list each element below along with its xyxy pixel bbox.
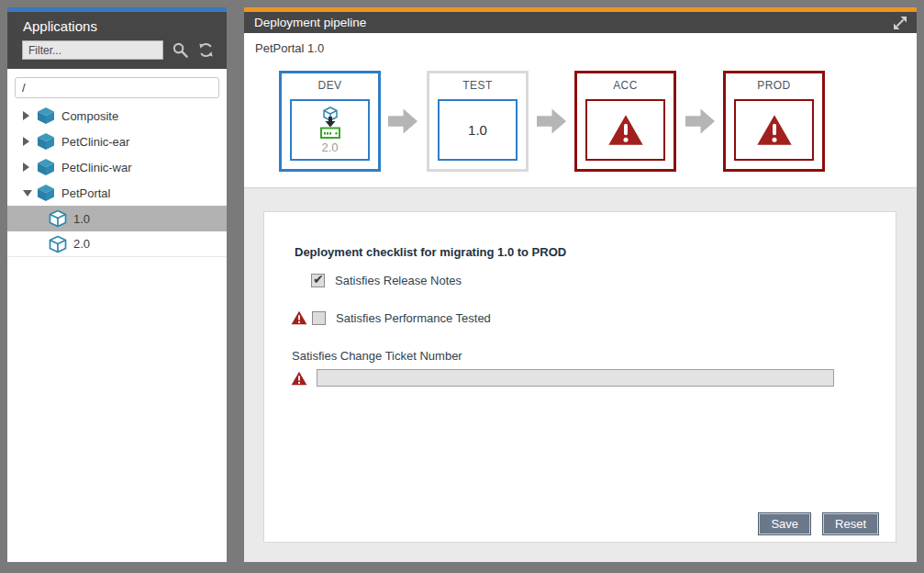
stage-name: DEV — [282, 79, 378, 92]
application-cube-icon — [37, 184, 55, 202]
applications-panel: Applications Composite — [7, 7, 227, 562]
tree-path-input[interactable] — [15, 77, 219, 98]
pipeline-subtitle: PetPortal 1.0 — [244, 33, 917, 55]
checkbox-label: Satisfies Performance Tested — [336, 311, 491, 325]
application-cube-icon — [37, 107, 55, 125]
checklist-title: Deployment checklist for migrating 1.0 t… — [295, 245, 566, 259]
performance-tested-checkbox[interactable] — [312, 311, 326, 325]
release-notes-checkbox[interactable] — [311, 274, 325, 287]
tree-item-label: PetClinic-war — [61, 161, 132, 174]
deployment-pipeline-panel: Deployment pipeline PetPortal 1.0 DEV 2.… — [244, 7, 917, 562]
filter-input[interactable] — [22, 40, 163, 60]
tree-item-label: PetClinic-ear — [61, 135, 129, 149]
main-header: Deployment pipeline — [244, 12, 917, 33]
deploy-in-progress-icon — [317, 107, 344, 140]
stage-dev-deployment: 2.0 — [290, 99, 370, 161]
stage-test[interactable]: TEST 1.0 — [427, 71, 529, 172]
pipeline-arrow-icon — [388, 107, 418, 135]
reset-button[interactable]: Reset — [822, 512, 879, 535]
warning-icon — [756, 114, 793, 146]
ticket-number-label: Satisfies Change Ticket Number — [292, 349, 462, 363]
stage-prod-blocked — [734, 99, 814, 161]
save-button[interactable]: Save — [758, 512, 811, 535]
checklist-item-release-notes: Satisfies Release Notes — [311, 274, 462, 287]
tree-item-label: 1.0 — [73, 212, 90, 226]
stage-name: PROD — [726, 79, 822, 92]
expander-collapsed-icon[interactable] — [23, 111, 32, 120]
search-icon[interactable] — [172, 41, 189, 59]
stage-acc[interactable]: ACC — [574, 71, 676, 172]
checklist-item-performance-tested: Satisfies Performance Tested — [291, 310, 491, 325]
stage-dev[interactable]: DEV 2.0 — [279, 71, 381, 172]
ticket-number-input[interactable] — [317, 369, 834, 387]
version-cube-icon — [49, 209, 67, 228]
warning-icon — [291, 371, 307, 386]
pipeline-arrow-icon — [685, 107, 716, 135]
checklist-section: Deployment checklist for migrating 1.0 t… — [244, 187, 917, 562]
tree-item-label: 2.0 — [73, 237, 90, 251]
checkbox-label: Satisfies Release Notes — [335, 274, 462, 287]
expand-icon[interactable] — [892, 15, 908, 31]
tree-item-petclinic-ear[interactable]: PetClinic-ear — [7, 129, 227, 154]
application-cube-icon — [37, 158, 55, 176]
tree-item-label: PetPortal — [61, 186, 110, 200]
tree-item-label: Composite — [61, 109, 118, 123]
applications-tree: Composite PetClinic-ear PetClinic-war — [7, 103, 227, 257]
ticket-number-row — [291, 369, 834, 387]
tree-item-version-2-0[interactable]: 2.0 — [7, 231, 227, 257]
sidebar-title: Applications — [7, 12, 227, 40]
stage-prod[interactable]: PROD — [723, 71, 825, 172]
stage-name: TEST — [429, 79, 526, 92]
stage-name: ACC — [577, 79, 674, 92]
warning-icon — [291, 310, 307, 325]
tree-item-version-1-0[interactable]: 1.0 — [7, 206, 227, 231]
warning-icon — [607, 114, 644, 146]
application-cube-icon — [37, 132, 55, 151]
expander-collapsed-icon[interactable] — [23, 163, 32, 172]
expander-collapsed-icon[interactable] — [23, 137, 32, 146]
version-cube-icon — [49, 235, 67, 253]
expander-expanded-icon[interactable] — [23, 190, 32, 197]
stage-test-deployment: 1.0 — [438, 99, 518, 161]
stage-version: 1.0 — [468, 122, 487, 138]
refresh-icon[interactable] — [197, 41, 215, 59]
pipeline-arrow-icon — [537, 107, 567, 135]
panel-title: Deployment pipeline — [254, 16, 892, 29]
stage-acc-blocked — [585, 99, 665, 161]
stage-version: 2.0 — [321, 140, 338, 154]
deployment-checklist-card: Deployment checklist for migrating 1.0 t… — [263, 211, 896, 543]
tree-item-petportal[interactable]: PetPortal — [7, 180, 227, 206]
sidebar-header: Applications — [7, 12, 227, 69]
tree-item-composite[interactable]: Composite — [7, 103, 227, 129]
tree-item-petclinic-war[interactable]: PetClinic-war — [7, 154, 227, 180]
